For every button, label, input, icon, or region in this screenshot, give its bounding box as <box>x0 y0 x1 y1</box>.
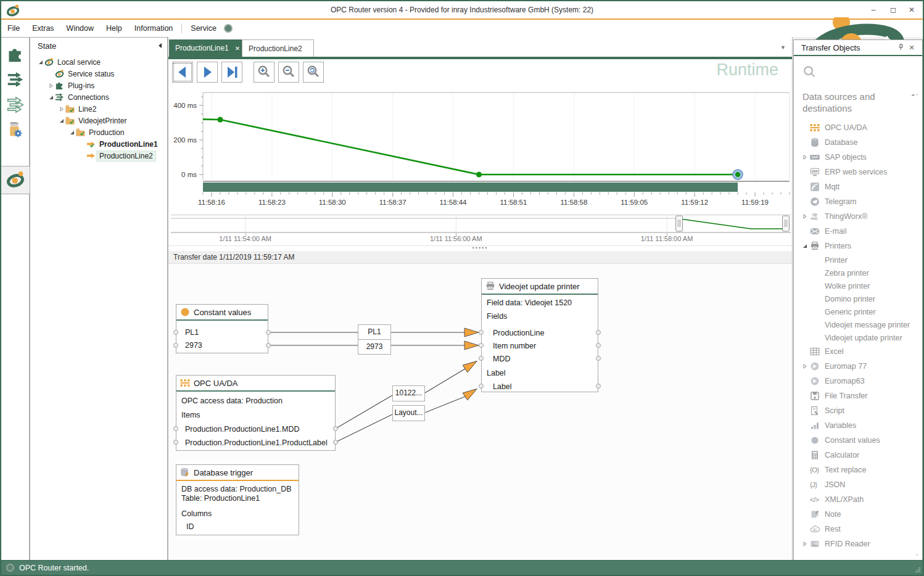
transfer-object-telegram[interactable]: Telegram <box>802 194 922 209</box>
opc-uada-node[interactable]: OPC UA/DA OPC access data: Production It… <box>176 375 336 451</box>
next-transfer-button[interactable] <box>197 62 218 83</box>
transfer-object-zebra-printer[interactable]: Zebra printer <box>802 266 922 279</box>
resize-grip[interactable] <box>915 567 921 573</box>
transfer-object-opc-ua-da[interactable]: OPC UA/DA <box>802 120 922 135</box>
transfer-object-printer[interactable]: Printer <box>802 253 922 266</box>
menu-service[interactable]: Service <box>184 20 223 37</box>
transfer-object-printers[interactable]: Printers <box>802 239 922 253</box>
tree-item-productionline1[interactable]: ProductionLine1 <box>30 138 167 150</box>
transfer-object-json[interactable]: {J}JSON <box>802 477 922 492</box>
runtime-chart[interactable]: 0 ms200 ms400 ms11:58:1611:58:2311:58:30… <box>171 88 791 211</box>
transfer-object-file-transfer[interactable]: File Transfer <box>802 389 922 403</box>
node-row[interactable]: MDD <box>493 354 510 364</box>
tab-list-dropdown-icon[interactable]: ▼ <box>780 44 786 51</box>
scroll-down-icon[interactable]: ⌄ <box>913 551 921 557</box>
scrollbar[interactable]: ⌃ ⌄ <box>913 93 921 557</box>
transfer-object-rest[interactable]: (R)Rest <box>802 522 922 537</box>
collapsed-expander-icon[interactable] <box>57 107 65 112</box>
tree-item-videojetprinter[interactable]: VideojetPrinter <box>30 115 167 126</box>
node-row[interactable]: ProductionLine <box>493 328 544 339</box>
link-value-box[interactable]: 2973 <box>358 339 391 355</box>
transfer-object-euromap-77[interactable]: Euromap 77 <box>802 359 922 374</box>
tree-item-connections[interactable]: Connections <box>30 91 167 103</box>
expanded-expander-icon[interactable] <box>68 130 76 135</box>
transfer-object-variables[interactable]: Variables <box>802 418 922 433</box>
maximize-button[interactable]: ◻ <box>885 4 902 16</box>
expanded-expander-icon[interactable] <box>57 118 65 123</box>
node-row[interactable]: 2973 <box>185 340 202 351</box>
transfer-object-videojet-update-printer[interactable]: Videojet update printer <box>802 331 922 344</box>
tree-item-line2[interactable]: Line2 <box>30 103 167 115</box>
transfer-object-erp-web-services[interactable]: ERPERP web services <box>802 165 922 179</box>
node-row[interactable]: Item number <box>493 341 536 352</box>
menu-help[interactable]: Help <box>100 20 128 37</box>
collapsed-caret-icon[interactable] <box>802 155 810 160</box>
expanded-expander-icon[interactable] <box>47 95 55 100</box>
tree-item-production[interactable]: Production <box>30 126 167 138</box>
transfer-object-e-mail[interactable]: E-mail <box>802 224 922 239</box>
connection-canvas[interactable]: Constant values PL1 2973 OPC UA/DA OPC a… <box>168 264 792 561</box>
zoom-out-button[interactable] <box>278 62 299 83</box>
last-transfer-button[interactable] <box>221 62 242 83</box>
tab-close-icon[interactable]: ✕ <box>235 45 240 52</box>
transfer-object-text-replace[interactable]: {O}Text replace <box>802 463 922 477</box>
tree-item-productionline2[interactable]: ProductionLine2 <box>30 150 167 162</box>
videojet-update-printer-node[interactable]: Videojet update printer Field data: Vide… <box>481 278 598 392</box>
transfer-object-wolke-printer[interactable]: Wolke printer <box>802 279 922 292</box>
transfer-object-xml-xpath[interactable]: </>XML/XPath <box>802 492 922 507</box>
node-row[interactable]: PL1 <box>185 327 199 338</box>
transfer-object-note[interactable]: Note <box>802 507 922 522</box>
link-value-box[interactable]: PL1 <box>358 324 391 340</box>
transfer-object-rfid-reader[interactable]: RFIDRFID Reader <box>802 537 922 551</box>
transfer-object-euromap63[interactable]: Euromap63 <box>802 374 922 389</box>
pin-icon[interactable] <box>895 43 906 52</box>
constant-values-node[interactable]: Constant values PL1 2973 <box>176 304 268 353</box>
transfer-object-videojet-message-printer[interactable]: Videojet message printer <box>802 318 922 331</box>
transfer-object-excel[interactable]: Excel <box>802 344 922 359</box>
prev-transfer-button[interactable] <box>172 62 193 83</box>
menu-extras[interactable]: Extras <box>26 20 60 37</box>
connections-icon[interactable] <box>7 71 24 88</box>
section-header[interactable]: Data sources and destinations <box>802 91 910 114</box>
transfer-object-database[interactable]: Database <box>802 135 922 150</box>
node-row[interactable]: Production.ProductionLine1.MDD <box>185 424 300 435</box>
plugins-icon[interactable] <box>7 46 24 63</box>
package-settings-icon[interactable] <box>7 121 24 139</box>
transfer-object-script[interactable]: Script <box>802 403 922 418</box>
transfer-object-thingworx-[interactable]: ThingWorx® <box>802 209 922 224</box>
tab-productionline2[interactable]: ProductionLine2 <box>242 39 314 57</box>
close-button[interactable]: ✕ <box>903 4 920 16</box>
tab-productionline1[interactable]: ProductionLine1 ✕ <box>169 39 242 57</box>
collapsed-caret-icon[interactable] <box>802 541 810 546</box>
node-row[interactable]: Label <box>493 382 512 392</box>
collapsed-expander-icon[interactable] <box>47 83 55 88</box>
transfer-object-constant-values[interactable]: Constant values <box>802 433 922 448</box>
node-row[interactable]: ID <box>186 522 194 532</box>
collapse-panel-icon[interactable] <box>157 43 162 49</box>
horizontal-splitter[interactable]: ••••• <box>168 245 792 251</box>
transfer-object-domino-printer[interactable]: Domino printer <box>802 292 922 305</box>
zoom-in-button[interactable] <box>254 62 274 83</box>
menu-information[interactable]: Information <box>128 20 179 37</box>
search-icon[interactable] <box>802 65 816 78</box>
expanded-caret-icon[interactable] <box>802 244 810 249</box>
transfer-object-sap-objects[interactable]: SAPSAP objects <box>802 150 922 165</box>
collapsed-caret-icon[interactable] <box>802 364 810 369</box>
menu-window[interactable]: Window <box>60 20 100 37</box>
timeline-overview[interactable] <box>171 215 791 232</box>
transfers-icon[interactable] <box>7 96 24 113</box>
link-value-box[interactable]: 10122... <box>392 385 425 401</box>
tree-item-service-status[interactable]: Service status <box>30 68 167 80</box>
tree-item-plug-ins[interactable]: Plug-ins <box>30 80 167 91</box>
minimize-button[interactable]: – <box>865 4 882 16</box>
expanded-expander-icon[interactable] <box>36 60 44 65</box>
transfer-object-calculator[interactable]: Calculator <box>802 448 922 463</box>
transfer-object-mqtt[interactable]: Mqtt <box>802 179 922 194</box>
database-trigger-node[interactable]: Database trigger DB access data: Product… <box>176 464 299 535</box>
tree-item-local-service[interactable]: Local service <box>30 56 167 68</box>
scroll-up-icon[interactable]: ⌃ <box>913 93 921 99</box>
collapsed-caret-icon[interactable] <box>802 214 810 219</box>
transfer-object-generic-printer[interactable]: Generic printer <box>802 305 922 318</box>
close-panel-icon[interactable]: ✕ <box>906 44 917 52</box>
link-value-box[interactable]: Layout... <box>392 405 425 421</box>
